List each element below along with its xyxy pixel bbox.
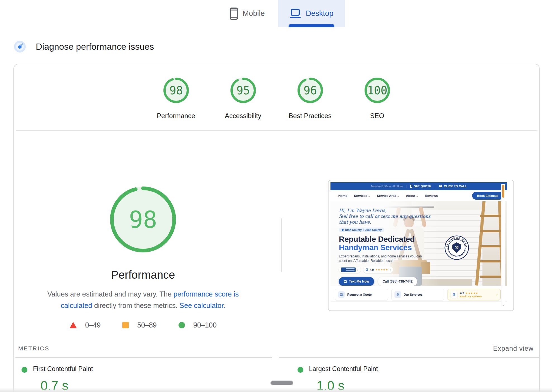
legend-label: 50–89 bbox=[137, 321, 157, 329]
preview-click-to-call: ☎CLICK TO CALL bbox=[439, 185, 467, 188]
svg-text:95: 95 bbox=[236, 84, 250, 97]
gauge-label: Best Practices bbox=[289, 112, 331, 120]
star-rating: ★★★★★ bbox=[466, 292, 478, 295]
tools-icon: ⚒ bbox=[455, 245, 459, 250]
fcp-value: 0.7 s bbox=[41, 378, 68, 392]
description-text: Values are estimated and may vary. The bbox=[47, 290, 173, 298]
diagnose-header: Diagnose performance issues bbox=[14, 41, 154, 52]
service-area-pill: Utah County + Juab County bbox=[339, 228, 384, 232]
site-screenshot-preview[interactable]: Mon-Fri 8:00am - 8:00pm | GET QUOTE | ☎C… bbox=[328, 180, 514, 311]
legend-item-average: 50–89 bbox=[122, 321, 157, 329]
fcp-title: First Contentful Paint bbox=[33, 365, 93, 373]
gauge-performance[interactable]: 98 Performance bbox=[154, 77, 198, 120]
gauges-divider bbox=[16, 130, 537, 131]
gauge-best-practices[interactable]: 96 Best Practices bbox=[288, 77, 332, 120]
preview-cta-cards: ▤ Request a Quote ⚙ Our Services G 4.9★★… bbox=[330, 286, 507, 301]
gauge-label: Performance bbox=[157, 112, 195, 120]
hero-subtext: Expert repairs, installations, and home … bbox=[339, 254, 423, 263]
metrics-divider-right bbox=[279, 357, 540, 358]
see-calculator-link[interactable]: See calculator. bbox=[180, 302, 225, 309]
gauge-label: Accessibility bbox=[225, 112, 261, 120]
preview-nav: Home Services ⌄ Service Area ⌄ About ⌄ R… bbox=[330, 190, 507, 201]
preview-scrollbar: ⌄ bbox=[501, 184, 505, 307]
quote-icon bbox=[410, 185, 412, 188]
performance-score-gauge: 98 bbox=[163, 77, 189, 105]
site-mockup: Mon-Fri 8:00am - 8:00pm | GET QUOTE | ☎C… bbox=[330, 182, 507, 309]
report-card: 98 Performance 95 Accessibility 96 Best … bbox=[13, 64, 540, 392]
seo-score-gauge: 100 bbox=[364, 77, 391, 105]
preview-nav-services: Services ⌄ bbox=[354, 194, 370, 197]
svg-text:96: 96 bbox=[303, 84, 317, 97]
orange-square-icon bbox=[122, 322, 129, 328]
preview-nav-about: About ⌄ bbox=[406, 194, 418, 197]
chevron-down-icon: ⌄ bbox=[416, 195, 418, 197]
legend-label: 0–49 bbox=[85, 321, 101, 329]
category-scores-row: 98 Performance 95 Accessibility 96 Best … bbox=[14, 77, 539, 120]
preview-get-quote: GET QUOTE bbox=[410, 185, 431, 188]
chevron-right-icon: › bbox=[496, 293, 498, 297]
document-icon: ▤ bbox=[338, 291, 345, 298]
preview-nav-service-area: Service Area ⌄ bbox=[377, 194, 399, 197]
performance-big-gauge: 98 bbox=[110, 186, 177, 253]
hero-badges: › G 4.9 ★★★★★ › bbox=[339, 266, 431, 273]
chevron-right-icon: › bbox=[357, 268, 358, 271]
google-rating-badge: G 4.9 ★★★★★ › bbox=[363, 266, 393, 273]
active-tab-indicator bbox=[289, 24, 334, 27]
performance-section-title: Performance bbox=[14, 269, 272, 281]
phone-icon: ☎ bbox=[439, 185, 442, 188]
score-legend: 0–49 50–89 90–100 bbox=[14, 321, 272, 329]
award-badge: › bbox=[339, 266, 361, 273]
gear-icon: ⚙ bbox=[394, 291, 401, 298]
our-services-card: ⚙ Our Services bbox=[391, 289, 444, 300]
tab-desktop-label: Desktop bbox=[306, 9, 333, 18]
fcp-status-dot bbox=[22, 367, 27, 373]
call-button: Call (385) 438-7442 bbox=[378, 277, 417, 286]
tab-mobile[interactable]: Mobile bbox=[221, 0, 274, 27]
metrics-heading: METRICS bbox=[18, 345, 49, 352]
metrics-divider-left bbox=[15, 357, 272, 358]
legend-item-good: 90–100 bbox=[179, 321, 216, 329]
section-title: Diagnose performance issues bbox=[36, 42, 154, 52]
chevron-down-icon: ⌄ bbox=[397, 195, 399, 197]
gauge-label: SEO bbox=[370, 112, 384, 120]
preview-hours: Mon-Fri 8:00am - 8:00pm bbox=[371, 185, 403, 188]
gauge-seo[interactable]: 100 SEO bbox=[355, 77, 399, 120]
star-rating: ★★★★★ bbox=[375, 268, 388, 271]
text-me-now-button: Text Me Now bbox=[339, 277, 374, 286]
preview-footer-strip bbox=[330, 301, 507, 309]
preview-book-estimate-button: Book Estimate bbox=[472, 192, 503, 200]
drag-handle[interactable] bbox=[270, 381, 293, 385]
pagespeed-report-page: Mobile Desktop Diagnose performance issu… bbox=[0, 0, 552, 392]
expand-view-link[interactable]: Expand view bbox=[493, 345, 534, 352]
best-practices-score-gauge: 96 bbox=[297, 77, 323, 105]
scroll-down-arrow-icon: ⌄ bbox=[502, 303, 505, 307]
speedometer-icon bbox=[14, 41, 26, 52]
hero-heading: Reputable Dedicated Handyman Services bbox=[339, 235, 431, 252]
chevron-down-icon: ⌄ bbox=[368, 195, 370, 197]
lcp-title: Largest Contentful Paint bbox=[309, 365, 378, 373]
tab-mobile-label: Mobile bbox=[242, 9, 265, 18]
all-things-handy-seal: ALL THINGS HANDY AFFORDABLE · RELIABLE ·… bbox=[444, 235, 469, 260]
column-divider bbox=[281, 218, 282, 272]
gauge-accessibility[interactable]: 95 Accessibility bbox=[221, 77, 265, 120]
accessibility-score-gauge: 95 bbox=[230, 77, 256, 105]
green-circle-icon bbox=[179, 322, 185, 328]
lcp-status-dot bbox=[298, 367, 303, 373]
svg-text:98: 98 bbox=[169, 84, 183, 97]
device-tab-strip: Mobile Desktop bbox=[0, 0, 552, 28]
chevron-right-icon: › bbox=[390, 268, 391, 271]
google-logo: G bbox=[451, 291, 457, 298]
preview-topbar: Mon-Fri 8:00am - 8:00pm | GET QUOTE | ☎C… bbox=[330, 182, 507, 190]
preview-hero: Hi, I'm Wayne Lewis, feel free to call o… bbox=[330, 201, 507, 286]
preview-nav-home: Home bbox=[338, 194, 347, 197]
legend-label: 90–100 bbox=[193, 321, 216, 329]
request-quote-card: ▤ Request a Quote bbox=[335, 289, 388, 300]
tab-desktop[interactable]: Desktop bbox=[278, 0, 345, 27]
hero-buttons: Text Me Now Call (385) 438-7442 bbox=[339, 277, 431, 286]
performance-description: Values are estimated and may vary. The p… bbox=[40, 288, 246, 311]
red-triangle-icon bbox=[70, 322, 77, 328]
preview-nav-reviews: Reviews bbox=[425, 194, 438, 197]
chat-bubble-icon bbox=[344, 280, 347, 283]
mobile-phone-icon bbox=[230, 8, 238, 20]
hero-greeting: Hi, I'm Wayne Lewis, feel free to call o… bbox=[339, 207, 431, 225]
